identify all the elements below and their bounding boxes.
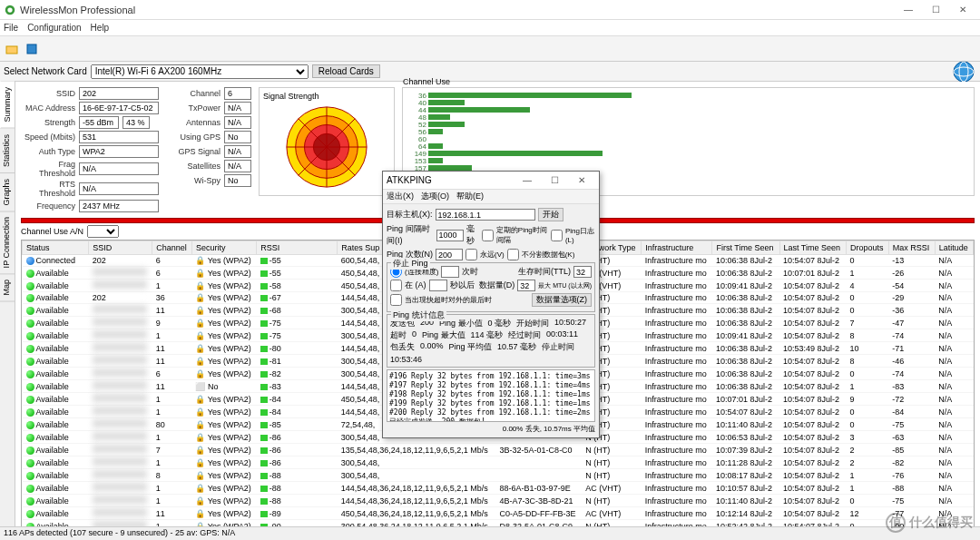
tab-ip[interactable]: IP Connection [0,211,15,274]
rssi-bar-icon [260,447,268,454]
unlock-icon: ⬜ [195,382,205,391]
ping-fixed-check[interactable] [482,230,494,241]
ping-menu-exit[interactable]: 退出(X) [387,191,414,202]
chan-bar [428,151,603,156]
ssid-label: SSID [21,89,75,98]
card-select[interactable]: Intel(R) Wi-Fi 6 AX200 160MHz [91,64,309,79]
chan-value: 6 [224,87,251,100]
gpss-value: N/A [224,145,251,158]
wispy-label: Wi-Spy [166,176,220,185]
ping-interval-input[interactable] [436,230,464,241]
ping-count-input[interactable] [436,249,463,260]
ping-close-button[interactable]: ✕ [568,172,595,190]
ping-host-input[interactable] [436,209,535,221]
col-last[interactable]: Last Time Seen [779,241,847,255]
speed-value: 531 [79,131,159,143]
frag-value: N/A [79,162,159,175]
chan-bar [428,107,530,113]
lock-icon: 🔒 [195,269,205,278]
blurred-ssid [93,381,147,389]
txp-label: TxPower [166,103,220,113]
menu-config[interactable]: Configuration [27,23,81,33]
ping-forever-check[interactable] [466,249,477,260]
svg-point-1 [7,7,12,12]
globe-icon[interactable] [951,59,976,84]
minimize-button[interactable]: — [895,1,922,19]
col-ssid[interactable]: SSID [89,241,152,255]
ping-loss-label: 包丢失 [390,341,415,353]
table-row[interactable]: Available 11🔒 Yes (WPA2) -89 450,54,48,3… [23,507,974,520]
rssi-bar-icon [260,460,268,466]
col-status[interactable]: Status [23,241,89,255]
chan-bar [428,100,465,105]
ping-delay-check[interactable] [390,294,402,306]
ping-log-label: Ping日志(L) [565,226,595,244]
blurred-ssid [93,268,147,276]
table-row[interactable]: Available 1🔒 Yes (WPA2) -88 144,54,48,36… [23,495,974,507]
card-label: Select Network Card [4,66,87,76]
lock-icon: 🔒 [195,496,205,506]
table-row[interactable]: Available 1🔒 Yes (WPA2) -86 300,54,48,N … [23,457,974,469]
col-rssi[interactable]: RSSI [257,241,338,255]
auth-value: WPA2 [79,145,159,158]
blurred-ssid [93,483,147,491]
table-row[interactable]: Available 8🔒 Yes (WPA2) -88 300,54,48,N … [23,469,974,482]
lock-icon: 🔒 [195,293,205,302]
ping-max-button[interactable]: ☐ [541,172,568,190]
col-lat[interactable]: Latitude [935,241,973,255]
rssi-bar-icon [260,333,268,339]
chan-bar [428,129,443,134]
gps-label: Using GPS [166,133,220,142]
gps-value: No [224,131,251,143]
rssi-bar-icon [260,435,268,441]
tab-summary[interactable]: Summary [0,82,15,129]
tab-map[interactable]: Map [0,274,15,302]
reload-cards-button[interactable]: Reload Cards [312,64,380,78]
chan-an-select[interactable] [87,225,119,238]
info-left: SSID202 MAC Address16-6E-97-17-C5-02 Str… [21,87,159,214]
maximize-button[interactable]: ☐ [922,1,949,19]
ping-start-button[interactable]: 开始 [538,208,564,221]
ping-ttl-input[interactable] [573,266,592,278]
tab-statistics[interactable]: Statistics [0,129,15,173]
ping-nosplit-label: 不分割数据包(K) [522,250,575,260]
ping-to-value: 0 [412,329,416,341]
ping-menu-help[interactable]: 帮助(E) [456,191,484,202]
tool-open-icon[interactable] [4,41,20,57]
ping-nosplit-check[interactable] [507,249,519,260]
col-sec[interactable]: Security [191,241,256,255]
ping-summary: 0.00% 丢失, 10.57ms 平均值 [387,424,595,434]
table-row[interactable]: Available 1🔒 Yes (WPA2) -88 144,54,48,36… [23,482,974,495]
tool-save-icon[interactable] [24,41,40,57]
lock-icon: 🔒 [195,281,205,290]
col-infra[interactable]: Infrastructure [642,241,712,255]
gpss-label: GPS Signal [166,147,220,156]
status-dot-icon [26,459,34,467]
col-ch[interactable]: Channel [152,241,192,255]
chan-bar [428,143,443,149]
ping-menu-opt[interactable]: 选项(O) [421,191,449,202]
ping-at-input[interactable] [429,280,447,291]
lock-icon: 🔒 [195,331,205,340]
ping-stopt-label: 停止时间 [542,341,574,353]
status-dot-icon [26,345,34,353]
lock-icon: 🔒 [195,458,205,467]
ping-more-button[interactable]: 数据量选项(Z) [532,293,593,307]
status-dot-icon [26,497,34,506]
lock-icon: 🔒 [195,306,205,315]
ping-times-input[interactable] [441,266,459,278]
col-max[interactable]: Max RSSI [888,241,935,255]
ping-min-button[interactable]: — [514,172,541,190]
col-drop[interactable]: Dropouts [847,241,889,255]
ping-log-check[interactable] [551,230,563,241]
ping-size-input[interactable] [517,280,535,291]
ping-log-box[interactable]: #196 Reply 32 bytes from 192.168.1.1: ti… [387,369,595,422]
menu-file[interactable]: File [4,23,18,33]
menu-help[interactable]: Help [91,23,110,33]
signal-strength-label: Signal Strength [263,92,319,101]
close-button[interactable]: ✕ [949,1,976,19]
ping-at-check[interactable] [390,280,402,291]
tab-graphs[interactable]: Graphs [0,173,15,212]
col-first[interactable]: First Time Seen [712,241,779,255]
table-row[interactable]: Available 7🔒 Yes (WPA2) -86 135,54,48,36… [23,444,974,457]
